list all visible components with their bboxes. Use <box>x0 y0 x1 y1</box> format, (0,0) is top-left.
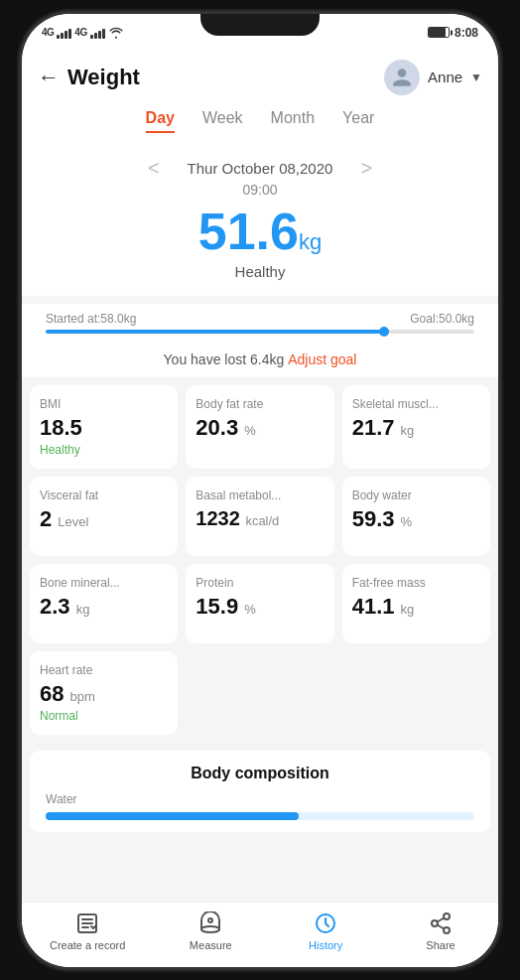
progress-bar-track <box>46 330 474 334</box>
started-label: Started at:58.0kg <box>46 312 136 326</box>
signal-bars-1 <box>57 27 71 39</box>
status-signals: 4G 4G <box>42 27 124 39</box>
metric-label-basal: Basal metabol... <box>195 489 324 502</box>
svg-line-11 <box>438 917 445 921</box>
header-right[interactable]: Anne ▼ <box>384 60 482 95</box>
weight-number: 51.6 <box>198 203 299 260</box>
tab-month[interactable]: Month <box>271 109 315 133</box>
tab-year[interactable]: Year <box>342 109 374 133</box>
svg-point-4 <box>201 926 219 932</box>
user-name: Anne <box>428 69 462 85</box>
tab-week[interactable]: Week <box>202 109 243 133</box>
metric-label-fat-free: Fat-free mass <box>352 576 480 590</box>
nav-measure[interactable]: Measure <box>181 910 240 951</box>
metric-value-bone: 2.3 kg <box>40 594 168 620</box>
date-prev-button[interactable]: < <box>140 157 168 180</box>
metric-status-heart-rate: Normal <box>40 709 168 723</box>
svg-line-10 <box>438 924 445 928</box>
back-button[interactable]: ← <box>38 65 60 90</box>
date-display: Thur October 08,2020 <box>188 160 333 177</box>
metrics-grid: BMI 18.5 Healthy Body fat rate 20.3 % Sk… <box>22 377 498 744</box>
nav-share[interactable]: Share <box>411 910 470 951</box>
metric-value-fat-free: 41.1 kg <box>352 594 480 620</box>
signal-text-2: 4G <box>74 27 86 38</box>
wifi-icon <box>108 27 124 39</box>
lost-section: You have lost 6.4kg Adjust goal <box>22 344 498 377</box>
nav-history[interactable]: History <box>296 910 355 951</box>
metric-label-visceral: Visceral fat <box>40 489 168 502</box>
progress-section: Started at:58.0kg Goal:50.0kg <box>22 304 498 344</box>
lost-text: You have lost 6.4kg <box>164 351 285 367</box>
metric-card-visceral[interactable]: Visceral fat 2 Level <box>30 477 178 556</box>
metric-label-bone: Bone mineral... <box>40 576 168 590</box>
nav-history-label: History <box>309 939 342 951</box>
body-composition-section: Body composition Water <box>30 751 490 832</box>
goal-label: Goal:50.0kg <box>410 312 474 326</box>
metric-value-heart-rate: 68 bpm <box>40 681 168 707</box>
metric-value-body-water: 59.3 % <box>352 506 480 532</box>
weight-section: < Thur October 08,2020 > 09:00 51.6kg He… <box>22 141 498 296</box>
metric-value-protein: 15.9 % <box>195 594 324 620</box>
metric-label-body-fat: Body fat rate <box>195 397 324 411</box>
avatar <box>384 60 420 95</box>
tab-day[interactable]: Day <box>146 109 175 133</box>
metric-card-heart-rate[interactable]: Heart rate 68 bpm Normal <box>30 651 178 735</box>
dropdown-arrow[interactable]: ▼ <box>470 70 482 84</box>
water-bar-row: Water <box>46 792 474 806</box>
weight-time: 09:00 <box>22 182 498 198</box>
metric-card-body-water[interactable]: Body water 59.3 % <box>342 477 490 556</box>
bottom-nav: Create a record Measure <box>22 902 498 967</box>
metric-label-skeletal: Skeletal muscl... <box>352 397 480 411</box>
svg-point-5 <box>208 918 212 922</box>
adjust-goal-button[interactable]: Adjust goal <box>288 351 356 367</box>
nav-share-label: Share <box>426 939 455 951</box>
nav-measure-label: Measure <box>190 939 232 951</box>
water-bar-track <box>46 812 474 820</box>
header-left: ← Weight <box>38 65 140 90</box>
metric-card-body-fat[interactable]: Body fat rate 20.3 % <box>186 385 333 469</box>
metric-label-bmi: BMI <box>40 397 168 411</box>
metric-card-basal[interactable]: Basal metabol... 1232 kcal/d <box>186 477 333 556</box>
metric-card-fat-free[interactable]: Fat-free mass 41.1 kg <box>342 564 490 643</box>
metric-value-visceral: 2 Level <box>40 506 168 532</box>
metric-card-skeletal[interactable]: Skeletal muscl... 21.7 kg <box>342 385 490 469</box>
date-nav: < Thur October 08,2020 > <box>22 151 498 182</box>
date-next-button[interactable]: > <box>352 157 380 180</box>
nav-create-record[interactable]: Create a record <box>50 910 125 951</box>
page-title: Weight <box>67 65 140 90</box>
progress-bar-fill <box>46 330 389 334</box>
water-bar-label: Water <box>46 792 77 806</box>
main-content: < Thur October 08,2020 > 09:00 51.6kg He… <box>22 141 498 902</box>
metric-value-skeletal: 21.7 kg <box>352 415 480 441</box>
metric-label-body-water: Body water <box>352 489 480 502</box>
body-composition-title: Body composition <box>46 765 474 782</box>
signal-text: 4G <box>42 27 54 38</box>
weight-value-display: 51.6kg <box>22 202 498 261</box>
share-icon <box>428 910 454 936</box>
water-bar-fill <box>46 812 299 820</box>
status-time: 8:08 <box>455 26 478 40</box>
metric-value-basal: 1232 kcal/d <box>195 506 324 530</box>
metric-card-bmi[interactable]: BMI 18.5 Healthy <box>30 385 178 469</box>
metric-value-body-fat: 20.3 % <box>195 415 324 441</box>
metric-card-protein[interactable]: Protein 15.9 % <box>186 564 333 643</box>
tabs-bar: Day Week Month Year <box>22 105 498 141</box>
progress-bar-dot <box>379 327 389 337</box>
nav-create-label: Create a record <box>50 939 125 951</box>
metric-label-protein: Protein <box>195 576 324 590</box>
weight-unit: kg <box>299 229 322 254</box>
metric-value-bmi: 18.5 <box>40 415 168 441</box>
signal-bars-2 <box>90 27 105 39</box>
progress-labels: Started at:58.0kg Goal:50.0kg <box>46 312 474 326</box>
edit-icon <box>74 910 100 936</box>
metric-label-heart-rate: Heart rate <box>40 663 168 677</box>
status-right: 8:08 <box>428 26 478 40</box>
clock-icon <box>313 910 338 936</box>
battery-icon <box>428 27 450 38</box>
scale-icon <box>197 910 223 936</box>
metric-status-bmi: Healthy <box>40 443 168 457</box>
app-header: ← Weight Anne ▼ <box>22 52 498 105</box>
metric-card-bone[interactable]: Bone mineral... 2.3 kg <box>30 564 178 643</box>
weight-status: Healthy <box>22 263 498 280</box>
